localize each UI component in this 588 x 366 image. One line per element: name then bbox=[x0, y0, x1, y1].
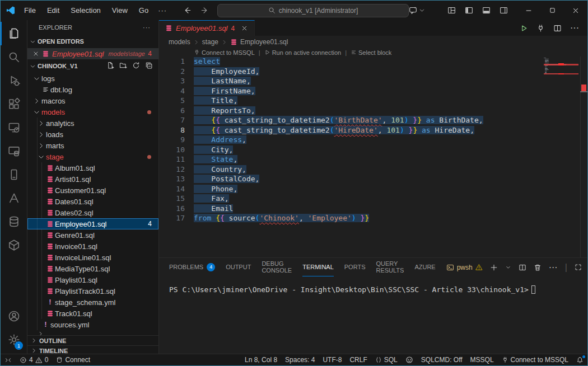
panel-more-actions[interactable]: ··· bbox=[549, 262, 558, 273]
panel-tab-problems[interactable]: PROBLEMS4 bbox=[169, 258, 215, 276]
toggle-secondary-sidebar-icon[interactable] bbox=[500, 6, 508, 15]
project-root-header[interactable]: CHINOOK_V1 bbox=[27, 59, 158, 73]
panel-tab-terminal[interactable]: TERMINAL bbox=[302, 258, 334, 276]
terminal-dropdown-icon[interactable] bbox=[505, 264, 511, 270]
maximize-panel-icon[interactable] bbox=[575, 264, 582, 271]
code-line-3[interactable]: 3 LastName, bbox=[159, 76, 587, 86]
menu-file[interactable]: File bbox=[19, 5, 41, 16]
menu-view[interactable]: View bbox=[107, 5, 133, 16]
code-line-16[interactable]: 16 Email bbox=[159, 204, 587, 214]
language-mode[interactable]: SQL bbox=[371, 354, 402, 365]
code-line-7[interactable]: 7 {{ cast_string_to_datetime2('BirthDate… bbox=[159, 115, 587, 125]
breadcrumb-file[interactable]: Employee01.sql bbox=[240, 38, 288, 46]
activity-settings[interactable]: 1 bbox=[1, 328, 27, 351]
tree-item-logs[interactable]: logs bbox=[27, 73, 158, 84]
activity-database-projects[interactable] bbox=[1, 210, 27, 233]
connect-status[interactable]: Connect bbox=[52, 354, 94, 365]
code-editor[interactable]: 1select2 EmployeeId,3 LastName,4 FirstNa… bbox=[159, 57, 587, 257]
panel-tab-debug-console[interactable]: DEBUG CONSOLE bbox=[262, 258, 292, 276]
eol-sequence[interactable]: CRLF bbox=[346, 354, 371, 365]
tree-item-playlist01-sql[interactable]: Playlist01.sql bbox=[27, 274, 158, 285]
mssql-profile[interactable]: MSSQL bbox=[466, 354, 498, 365]
split-editor-icon[interactable] bbox=[553, 24, 562, 32]
menu-go[interactable]: Go bbox=[134, 5, 153, 16]
tree-item-marts[interactable]: marts bbox=[27, 140, 158, 151]
code-line-13[interactable]: 13 PostalCode, bbox=[159, 174, 587, 184]
cursor-position[interactable]: Ln 8, Col 8 bbox=[241, 354, 281, 365]
problems-status[interactable]: 4 0 bbox=[16, 354, 52, 365]
activity-dbt[interactable] bbox=[1, 233, 27, 257]
notifications[interactable] bbox=[572, 354, 587, 365]
activity-accounts[interactable] bbox=[1, 304, 27, 328]
tree-item-album01-sql[interactable]: Album01.sql bbox=[27, 162, 158, 173]
panel-tab-query-results[interactable]: QUERY RESULTS bbox=[376, 258, 404, 276]
code-line-1[interactable]: 1select bbox=[159, 57, 587, 67]
code-line-10[interactable]: 10 City, bbox=[159, 145, 587, 155]
code-line-15[interactable]: 15 Fax, bbox=[159, 194, 587, 204]
code-line-9[interactable]: 9 Address, bbox=[159, 135, 587, 145]
tab-employee01[interactable]: Employee01.sql 4 bbox=[159, 20, 255, 36]
tree-item-loads[interactable]: loads bbox=[27, 129, 158, 140]
close-editor-icon[interactable] bbox=[32, 50, 39, 57]
tree-item-dates02-sql[interactable]: Dates02.sql bbox=[27, 207, 158, 218]
new-folder-button[interactable] bbox=[119, 62, 127, 71]
activity-extensions[interactable] bbox=[1, 92, 27, 116]
tree-item-sources-yml[interactable]: !sources.yml bbox=[27, 319, 158, 330]
tree-item-genre01-sql[interactable]: Genre01.sql bbox=[27, 229, 158, 241]
panel-tab-ports[interactable]: PORTS bbox=[344, 258, 366, 276]
back-arrow-icon[interactable] bbox=[184, 6, 192, 15]
tree-item-stage[interactable]: stage bbox=[27, 151, 158, 162]
tree-item-playlisttrack01-sql[interactable]: PlaylistTrack01.sql bbox=[27, 285, 158, 297]
activity-devices[interactable] bbox=[1, 163, 27, 186]
code-line-2[interactable]: 2 EmployeeId, bbox=[159, 67, 587, 77]
collapse-all-button[interactable] bbox=[145, 62, 153, 71]
panel-tab-output[interactable]: OUTPUT bbox=[226, 258, 251, 276]
new-terminal-icon[interactable] bbox=[490, 264, 498, 271]
menu-selection[interactable]: Selection bbox=[66, 5, 105, 16]
tree-item-invoiceline01-sql[interactable]: InvoiceLine01.sql bbox=[27, 252, 158, 263]
activity-explorer[interactable] bbox=[1, 22, 27, 45]
forward-arrow-icon[interactable] bbox=[200, 6, 208, 15]
close-button[interactable] bbox=[564, 1, 587, 20]
codelens-select-block[interactable]: Select block bbox=[351, 49, 391, 56]
customize-layout-icon[interactable] bbox=[447, 6, 456, 15]
outline-section[interactable]: OUTLINE bbox=[27, 335, 158, 345]
activity-remote-explorer[interactable] bbox=[1, 116, 27, 139]
code-line-6[interactable]: 6 ReportsTo, bbox=[159, 106, 587, 116]
toggle-sidebar-icon[interactable] bbox=[465, 6, 473, 15]
maximize-button[interactable] bbox=[540, 1, 564, 20]
codelens-run-on-active-connection[interactable]: Run on active connection bbox=[264, 49, 342, 56]
indentation[interactable]: Spaces: 4 bbox=[281, 354, 319, 365]
terminal-selector[interactable]: pwsh bbox=[446, 264, 483, 271]
tree-item-dates01-sql[interactable]: Dates01.sql bbox=[27, 196, 158, 207]
code-line-17[interactable]: 17from {{ source('Chinook', 'Employee') … bbox=[159, 213, 587, 223]
tree-item-employee01-sql[interactable]: Employee01.sql4 bbox=[27, 218, 158, 229]
chat-button[interactable] bbox=[409, 6, 425, 15]
breadcrumb-stage[interactable]: stage bbox=[202, 38, 218, 46]
tree-item-invoice01-sql[interactable]: Invoice01.sql bbox=[27, 241, 158, 252]
tree-item-customer01-sql[interactable]: Customer01.sql bbox=[27, 185, 158, 196]
tab-close-icon[interactable] bbox=[241, 25, 248, 32]
tree-item-analytics[interactable]: analytics bbox=[27, 118, 158, 129]
new-file-button[interactable] bbox=[106, 62, 114, 71]
editor-more-actions[interactable]: ··· bbox=[570, 23, 579, 33]
panel-tab-azure[interactable]: AZURE bbox=[414, 258, 435, 276]
tree-item-stage-schema-yml[interactable]: !stage_schema.yml bbox=[27, 297, 158, 308]
tree-item-track01-sql[interactable]: Track01.sql bbox=[27, 308, 158, 319]
activity-mssql[interactable] bbox=[1, 139, 27, 163]
connect-to-mssql[interactable]: Connect to MSSQL bbox=[498, 354, 572, 365]
command-center[interactable]: chinook_v1 [Administrator] bbox=[217, 4, 409, 17]
tree-item-macros[interactable]: macros bbox=[27, 95, 158, 106]
menu-overflow[interactable]: ··· bbox=[153, 5, 171, 16]
remote-indicator[interactable] bbox=[1, 354, 16, 365]
terminal-content[interactable]: PS C:\Users\jminer\OneDrive - Insight\De… bbox=[159, 276, 587, 354]
open-editors-header[interactable]: OPEN EDITORS bbox=[27, 35, 158, 48]
activity-search[interactable] bbox=[1, 45, 27, 69]
sqlcmd-status[interactable]: SQLCMD: Off bbox=[417, 354, 466, 365]
kill-terminal-icon[interactable] bbox=[534, 264, 542, 271]
activity-run-and-debug[interactable] bbox=[1, 69, 27, 92]
tree-item-artist01-sql[interactable]: Artist01.sql bbox=[27, 173, 158, 185]
run-query-icon[interactable] bbox=[520, 24, 528, 32]
minimap[interactable] bbox=[544, 58, 578, 74]
toggle-panel-icon[interactable] bbox=[482, 6, 491, 15]
